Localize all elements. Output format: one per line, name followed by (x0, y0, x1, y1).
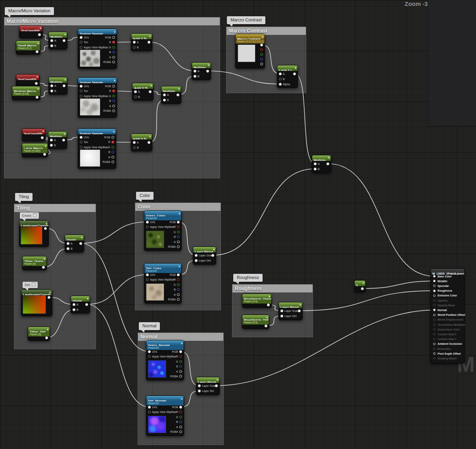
pin-div_dirt-B[interactable] (73, 308, 75, 311)
pin-output-pdo[interactable] (433, 352, 436, 355)
pin-mul2-B[interactable] (50, 90, 53, 92)
pin-lb_color-dirt[interactable] (195, 259, 198, 262)
pin-lb_color-grass[interactable] (195, 254, 198, 257)
node-tex1[interactable]: TexCoord[0]▾ (19, 25, 43, 38)
collapse-arrow-icon[interactable]: ▴ (181, 341, 182, 345)
pin-mulmid-B[interactable] (194, 75, 196, 78)
pin-grass_color-A[interactable] (177, 241, 180, 243)
collapse-arrow-icon[interactable]: ▾ (64, 78, 66, 82)
pin-grass_normal-RGBA[interactable] (179, 375, 182, 378)
pin-grass_normal-R[interactable] (179, 355, 182, 358)
collapse-arrow-icon[interactable]: ▾ (217, 378, 218, 382)
collapse-arrow-icon[interactable]: ▴ (46, 221, 47, 225)
pin-ts2-RGBA[interactable] (112, 109, 115, 112)
collapse-arrow-icon[interactable]: ▾ (149, 134, 151, 139)
pin-add2-A[interactable] (134, 90, 137, 93)
collapse-arrow-icon[interactable]: ▾ (328, 156, 330, 160)
pin-dirt_normal-AVMB[interactable] (148, 411, 151, 413)
pin-tex1-out[interactable] (38, 33, 41, 36)
pin-ts1-Tex[interactable] (80, 41, 83, 44)
note-bubble-dirt[interactable]: Dirt (23, 282, 38, 288)
pin-grass_normal-RGB[interactable] (179, 350, 182, 353)
collapse-arrow-icon[interactable]: ▴ (178, 211, 180, 216)
pin-mulmid-A[interactable] (194, 70, 196, 73)
pin-dirt_color-A[interactable] (177, 293, 180, 296)
pin-const0-out[interactable] (361, 287, 364, 290)
node-largemacro[interactable]: Large Macro▾Param (0.002) (22, 143, 48, 157)
pin-mulc2-out[interactable] (177, 94, 179, 96)
comment-header[interactable]: Color (135, 203, 221, 211)
pin-dirt_normal-G[interactable] (179, 416, 182, 418)
pin-ts3-G[interactable] (111, 146, 114, 149)
pin-mul2-out[interactable] (63, 84, 65, 87)
pin-dirt_normal-RGB[interactable] (179, 406, 182, 409)
collapse-arrow-icon[interactable]: ▾ (87, 296, 88, 301)
node-tex2[interactable]: TexCoord[0]▾ (16, 74, 40, 87)
pin-dirt_color-AVMB[interactable] (146, 278, 149, 281)
pin-lb_color-out[interactable] (211, 254, 214, 257)
collapse-arrow-icon[interactable]: ▾ (150, 84, 152, 88)
node-add3[interactable]: Add(,0.5)▾AB (131, 134, 152, 151)
node-lb_color[interactable]: Layer Blend▾Layer GrassLayer Dirt (193, 246, 216, 265)
pin-ts1-R[interactable] (112, 41, 115, 44)
pin-rough_dirt-out[interactable] (265, 325, 267, 327)
pin-add1-B[interactable] (133, 46, 136, 49)
pin-div_grass-out[interactable] (79, 242, 82, 245)
pin-ts1-UVs[interactable] (80, 36, 83, 39)
comment-bubble-normal[interactable]: Normal (139, 322, 160, 330)
pin-dirt_normal-R[interactable] (179, 411, 182, 413)
pin-tiling_dirt-out[interactable] (45, 336, 48, 339)
pin-lb_rough-dirt[interactable] (280, 315, 283, 317)
pin-macrocontrast-A[interactable] (260, 63, 263, 65)
pin-lb_normal-out[interactable] (215, 384, 218, 387)
node-div_dirt[interactable]: Divide▾AB (71, 296, 90, 313)
pin-lb_rough-grass[interactable] (280, 310, 283, 312)
pin-grass_normal-UVs[interactable] (148, 350, 151, 353)
pin-tiling_grass-out[interactable] (42, 266, 45, 269)
pin-medmacro-out[interactable] (36, 96, 38, 99)
pin-dirt_color-RGB[interactable] (177, 273, 180, 276)
comment-bubble-tiling[interactable]: Tiling (15, 193, 33, 201)
pin-macrocontrast-R[interactable] (260, 48, 263, 51)
node-tiling_dirt[interactable]: Tiling_Dirt▾Param (5) (28, 327, 50, 341)
pin-ts1-A[interactable] (112, 56, 115, 59)
pin-output-emissive[interactable] (433, 294, 436, 297)
pin-grass_color-G[interactable] (177, 231, 180, 233)
pin-lb_normal-grass[interactable] (198, 384, 201, 387)
pin-div_grass-A[interactable] (67, 242, 69, 245)
note-bubble-grass[interactable]: Grass (20, 212, 39, 219)
pin-ts2-RGB[interactable] (112, 85, 115, 88)
pin-output-specular[interactable] (433, 285, 436, 287)
node-mulright[interactable]: Multiply▾AB (312, 155, 331, 173)
pin-div_dirt-A[interactable] (73, 303, 75, 306)
pin-ts2-R[interactable] (112, 90, 115, 92)
node-ts2[interactable]: Texture Sample▴UVsTexApply View MipBiasR… (78, 77, 117, 118)
collapse-arrow-icon[interactable]: ▾ (47, 327, 48, 332)
pin-rough_grass-out[interactable] (267, 304, 270, 306)
comment-header[interactable]: Normal (138, 333, 223, 341)
pin-output-ao[interactable] (433, 343, 436, 345)
pin-add2-B[interactable] (134, 96, 137, 98)
pin-output-roughness[interactable] (433, 290, 436, 292)
pin-largemacro-out[interactable] (43, 153, 46, 156)
pin-mulright-A[interactable] (314, 162, 317, 165)
node-mulc2[interactable]: Multiply▾AB (161, 86, 181, 104)
node-output[interactable]: M_LNDS_2PaintLayersBase ColorMetallicSpe… (430, 268, 464, 363)
pin-add3-A[interactable] (133, 141, 136, 144)
pin-ts3-RGBA[interactable] (111, 160, 114, 163)
node-ts1[interactable]: Texture Sample▴UVsTexApply View MipBiasR… (78, 29, 117, 69)
node-ts3[interactable]: Texture Sample▴UVsTexApply View MipBiasR… (78, 128, 116, 169)
collapse-arrow-icon[interactable]: ▾ (178, 87, 180, 91)
pin-add3-out[interactable] (148, 141, 150, 144)
pin-mulc2-A[interactable] (163, 94, 166, 96)
pin-ts3-UVs[interactable] (80, 136, 83, 139)
pin-ts3-R[interactable] (111, 141, 114, 143)
pin-ts1-B[interactable] (112, 51, 115, 53)
collapse-arrow-icon[interactable]: ▴ (262, 34, 263, 39)
pin-tex2-out[interactable] (35, 82, 38, 85)
pin-ts1-G[interactable] (112, 46, 115, 49)
pin-macrocontrast-B[interactable] (260, 58, 263, 61)
pin-output-basecolor[interactable] (433, 275, 436, 277)
collapse-arrow-icon[interactable]: ▾ (37, 87, 39, 91)
comment-bubble-contrast[interactable]: Marcro Contrast (227, 16, 265, 24)
